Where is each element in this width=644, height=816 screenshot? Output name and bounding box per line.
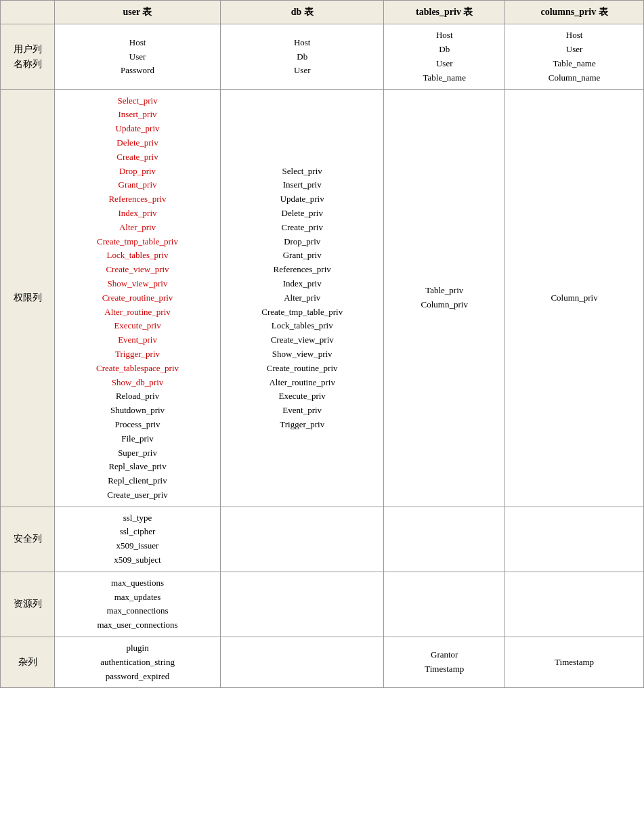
columns-priv-cell-3 [505, 572, 644, 637]
cell-value: Create_routine_priv [102, 293, 173, 303]
cell-value: Trigger_priv [280, 419, 324, 429]
cell-value: Trigger_priv [115, 349, 160, 359]
cell-value: Super_priv [118, 448, 157, 458]
cell-value: User [436, 58, 453, 68]
cell-value: Grant_priv [119, 179, 157, 190]
tables-priv-cell-1: Table_privColumn_priv [384, 89, 505, 507]
cell-value: Show_view_priv [108, 278, 168, 288]
cell-value: Password [121, 65, 154, 75]
cell-value: Select_priv [282, 166, 322, 176]
cell-value: Create_routine_priv [267, 363, 338, 373]
cell-value: Show_view_priv [272, 349, 332, 359]
db-table-cell-2 [221, 507, 384, 572]
cell-value: Column_priv [551, 293, 597, 303]
columns-priv-cell-1: Column_priv [505, 89, 644, 507]
cell-value: Table_priv [425, 285, 463, 295]
cell-value: Alter_priv [119, 222, 156, 232]
cell-value: Host [566, 30, 583, 40]
header-columns-priv-table: columns_priv 表 [505, 1, 644, 24]
cell-value: Table_name [423, 72, 466, 83]
cell-value: Event_priv [282, 405, 322, 415]
cell-value: Create_view_priv [271, 335, 334, 345]
tables-priv-cell-4: GrantorTimestamp [384, 637, 505, 688]
cell-value: max_questions [111, 578, 164, 588]
cell-value: Insert_priv [283, 179, 322, 190]
cell-value: User [129, 51, 146, 62]
row-category-4: 杂列 [1, 637, 55, 688]
cell-value: Create_tmp_table_priv [97, 236, 178, 246]
cell-value: Create_tablespace_priv [96, 363, 179, 373]
columns-priv-cell-0: HostUserTable_nameColumn_name [505, 24, 644, 89]
header-user-table: user 表 [55, 1, 221, 24]
cell-value: Repl_client_priv [108, 475, 167, 486]
columns-priv-cell-4: Timestamp [505, 637, 644, 688]
cell-value: Table_name [553, 58, 595, 68]
cell-value: Host [294, 37, 311, 47]
cell-value: Delete_priv [116, 137, 158, 148]
header-tables-priv-table: tables_priv 表 [384, 1, 505, 24]
cell-value: File_priv [121, 433, 154, 444]
cell-value: Create_tmp_table_priv [261, 307, 343, 317]
row-category-1: 权限列 [1, 89, 55, 507]
cell-value: max_updates [114, 592, 161, 602]
cell-value: Insert_priv [119, 109, 157, 119]
cell-value: Delete_priv [282, 208, 323, 218]
db-table-cell-0: HostDbUser [221, 24, 384, 89]
cell-value: Drop_priv [119, 166, 156, 176]
row-category-2: 安全列 [1, 507, 55, 572]
user-table-cell-0: HostUserPassword [55, 24, 221, 89]
cell-value: Grantor [431, 649, 458, 660]
cell-value: Show_db_priv [112, 377, 164, 387]
cell-value: Event_priv [118, 335, 157, 345]
cell-value: Update_priv [116, 123, 160, 133]
cell-value: Update_priv [280, 194, 324, 204]
row-category-3: 资源列 [1, 572, 55, 637]
cell-value: Process_priv [114, 419, 160, 429]
user-table-cell-2: ssl_typessl_cipherx509_issuerx509_subjec… [55, 507, 221, 572]
cell-value: Db [439, 44, 450, 54]
cell-value: Select_priv [117, 95, 157, 106]
cell-value: x509_issuer [116, 540, 159, 551]
cell-value: Create_priv [116, 152, 158, 162]
db-table-cell-1: Select_privInsert_privUpdate_privDelete_… [221, 89, 384, 507]
cell-value: ssl_cipher [120, 526, 156, 536]
user-table-cell-4: pluginauthentication_stringpassword_expi… [55, 637, 221, 688]
cell-value: Create_view_priv [106, 264, 169, 274]
header-category [1, 1, 55, 24]
cell-value: Column_priv [421, 299, 468, 309]
db-table-cell-4 [221, 637, 384, 688]
cell-value: Db [297, 51, 307, 62]
cell-value: Create_priv [282, 222, 323, 232]
cell-value: Column_name [549, 72, 601, 83]
mysql-privileges-table: user 表 db 表 tables_priv 表 columns_priv 表… [0, 0, 644, 688]
cell-value: Host [436, 30, 453, 40]
cell-value: Lock_tables_priv [272, 320, 333, 330]
db-table-cell-3 [221, 572, 384, 637]
cell-value: password_expired [106, 671, 170, 681]
cell-value: Alter_priv [284, 293, 320, 303]
cell-value: Host [129, 37, 146, 47]
cell-value: Reload_priv [116, 391, 159, 401]
cell-value: Index_priv [119, 208, 157, 218]
cell-value: User [566, 44, 583, 54]
cell-value: ssl_type [123, 513, 152, 523]
cell-value: x509_subject [114, 555, 160, 565]
tables-priv-cell-3 [384, 572, 505, 637]
cell-value: Execute_priv [114, 320, 160, 330]
cell-value: Create_user_priv [107, 490, 168, 500]
cell-value: Alter_routine_priv [104, 307, 170, 317]
cell-value: plugin [126, 643, 148, 653]
cell-value: Lock_tables_priv [107, 250, 169, 260]
cell-value: References_priv [108, 194, 166, 204]
tables-priv-cell-0: HostDbUserTable_name [384, 24, 505, 89]
cell-value: Repl_slave_priv [108, 461, 166, 471]
cell-value: Timestamp [425, 664, 464, 674]
user-table-cell-1: Select_privInsert_privUpdate_privDelete_… [55, 89, 221, 507]
cell-value: User [294, 65, 311, 75]
cell-value: Shutdown_priv [110, 405, 165, 415]
cell-value: Index_priv [283, 278, 322, 288]
user-table-cell-3: max_questionsmax_updatesmax_connectionsm… [55, 572, 221, 637]
cell-value: Drop_priv [284, 236, 320, 246]
cell-value: Grant_priv [283, 250, 322, 260]
tables-priv-cell-2 [384, 507, 505, 572]
